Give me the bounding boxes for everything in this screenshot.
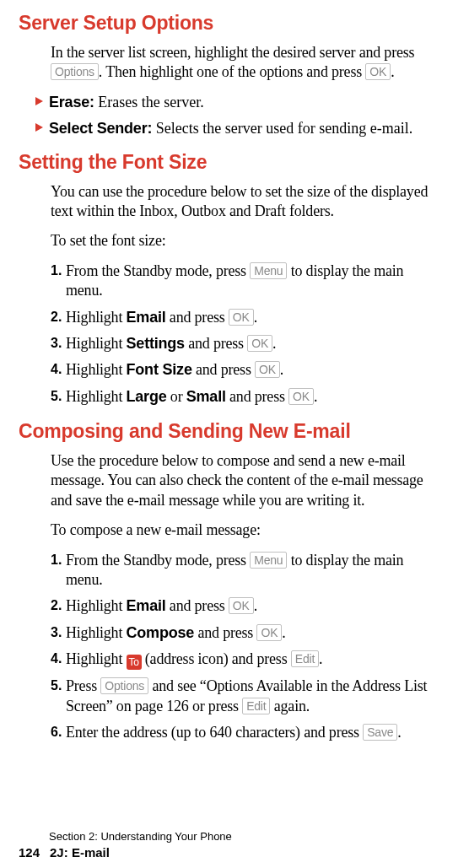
page-number: 124 <box>19 845 40 860</box>
bullet-rest: Erases the server. <box>94 94 204 111</box>
section3-lead: To compose a new e-mail message: <box>51 520 440 540</box>
text: Highlight <box>66 361 127 378</box>
section2-body: You can use the procedure below to set t… <box>51 182 440 407</box>
text: . <box>314 388 317 405</box>
text: or <box>167 388 186 405</box>
step-body: Highlight Email and press OK. <box>66 308 440 327</box>
step-number: 1. <box>51 261 66 280</box>
heading-server-setup: Server Setup Options <box>19 12 440 35</box>
ok-keycap: OK <box>288 388 314 405</box>
step-item: 2. Highlight Email and press OK. <box>51 596 440 616</box>
edit-keycap: Edit <box>291 650 319 667</box>
text: Press <box>66 677 100 694</box>
breadcrumb: 2J: E-mail <box>50 845 110 860</box>
menu-keycap: Menu <box>250 552 287 569</box>
step-number: 4. <box>51 360 66 379</box>
text: . <box>280 361 283 378</box>
save-keycap: Save <box>363 724 397 741</box>
step-body: Highlight To (address icon) and press Ed… <box>66 650 440 670</box>
heading-font-size: Setting the Font Size <box>19 151 440 174</box>
triangle-icon <box>35 96 44 106</box>
edit-keycap: Edit <box>242 698 270 714</box>
step-item: 5. Press Options and see “Options Availa… <box>51 677 440 716</box>
text: . <box>391 63 394 80</box>
step-number: 3. <box>51 623 66 642</box>
menu-keycap: Menu <box>250 262 287 279</box>
step-number: 2. <box>51 596 66 615</box>
bullet-select-sender: Select Sender: Selects the server used f… <box>35 119 440 138</box>
inline-bold: Font Size <box>127 361 192 378</box>
text: . <box>254 309 257 326</box>
step-item: 1. From the Standby mode, press Menu to … <box>51 551 440 590</box>
ok-keycap: OK <box>247 335 272 352</box>
step-body: Enter the address (up to 640 characters)… <box>66 723 440 742</box>
text: Highlight <box>66 624 127 641</box>
to-icon: To <box>127 655 142 670</box>
text: Highlight <box>66 335 127 352</box>
ok-keycap: OK <box>229 309 254 326</box>
step-body: Press Options and see “Options Available… <box>66 677 440 716</box>
text: Enter the address (up to 640 characters)… <box>66 724 363 741</box>
section3-intro: Use the procedure below to compose and s… <box>51 451 440 510</box>
step-body: Highlight Settings and press OK. <box>66 334 440 353</box>
bullet-rest: Selects the server used for sending e-ma… <box>152 120 412 137</box>
step-item: 2. Highlight Email and press OK. <box>51 308 440 327</box>
ok-keycap: OK <box>365 63 391 80</box>
ok-keycap: OK <box>229 597 254 614</box>
step-body: From the Standby mode, press Menu to dis… <box>66 261 440 301</box>
inline-bold: Small <box>186 388 226 405</box>
bullet-text: Select Sender: Selects the server used f… <box>49 119 412 138</box>
text: . <box>397 724 401 741</box>
step-number: 4. <box>51 650 66 668</box>
section2-intro: You can use the procedure below to set t… <box>51 182 440 222</box>
step-body: Highlight Large or Small and press OK. <box>66 387 440 407</box>
step-body: From the Standby mode, press Menu to dis… <box>66 551 440 590</box>
bullet-erase: Erase: Erases the server. <box>35 93 440 112</box>
step-number: 5. <box>51 677 66 695</box>
text: Highlight <box>66 597 127 614</box>
step-body: Highlight Compose and press OK. <box>66 623 440 643</box>
text: and press <box>192 361 255 378</box>
text: and press <box>185 335 247 352</box>
svg-marker-1 <box>35 123 43 132</box>
step-item: 1. From the Standby mode, press Menu to … <box>51 261 440 301</box>
triangle-icon <box>35 122 44 132</box>
footer-section-label: Section 2: Understanding Your Phone <box>49 830 232 843</box>
text: again. <box>270 698 310 714</box>
text: . <box>282 624 285 641</box>
text: From the Standby mode, press <box>66 552 250 569</box>
section3-body: Use the procedure below to compose and s… <box>51 451 440 742</box>
heading-composing-email: Composing and Sending New E-mail <box>19 420 440 443</box>
text: . <box>254 597 257 614</box>
svg-marker-0 <box>35 97 43 105</box>
text: and press <box>166 309 229 326</box>
text: (address icon) and press <box>142 650 291 667</box>
text: and press <box>226 388 288 405</box>
inline-bold: Settings <box>127 335 185 352</box>
text: Highlight <box>66 388 127 405</box>
inline-bold: Email <box>127 309 166 326</box>
step-item: 3. Highlight Compose and press OK. <box>51 623 440 643</box>
section2-lead: To set the font size: <box>51 231 440 251</box>
inline-bold: Compose <box>127 624 195 641</box>
options-keycap: Options <box>100 677 148 694</box>
section2-steps: 1. From the Standby mode, press Menu to … <box>51 261 440 407</box>
bullet-label: Erase: <box>49 94 94 111</box>
text: . <box>319 650 322 667</box>
text: . <box>272 335 276 352</box>
step-item: 4. Highlight Font Size and press OK. <box>51 360 440 380</box>
text: and press <box>194 624 256 641</box>
step-body: Highlight Email and press OK. <box>66 596 440 616</box>
text: Highlight <box>66 309 127 326</box>
bullet-label: Select Sender: <box>49 120 152 137</box>
step-item: 6. Enter the address (up to 640 characte… <box>51 723 440 742</box>
options-keycap: Options <box>51 63 99 80</box>
step-item: 4. Highlight To (address icon) and press… <box>51 650 440 670</box>
page-footer: Section 2: Understanding Your Phone 1242… <box>19 830 232 860</box>
inline-bold: Email <box>127 597 166 614</box>
section3-steps: 1. From the Standby mode, press Menu to … <box>51 551 440 743</box>
step-body: Highlight Font Size and press OK. <box>66 360 440 380</box>
text: In the server list screen, highlight the… <box>51 44 414 61</box>
text: Highlight <box>66 650 127 667</box>
bullet-text: Erase: Erases the server. <box>49 93 204 112</box>
